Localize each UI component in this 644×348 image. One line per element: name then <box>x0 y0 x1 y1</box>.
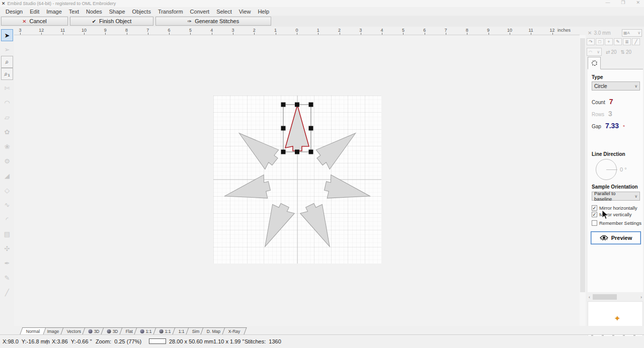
menu-transform[interactable]: Transform <box>154 8 187 15</box>
stitch-length-value: 3.0 mm <box>594 30 610 36</box>
app-logo-icon: ✕ <box>2 2 6 6</box>
selection-handle[interactable] <box>295 150 299 154</box>
separator: | <box>46 338 48 344</box>
shape-tool[interactable]: ◇ <box>1 184 13 196</box>
generate-stitches-button[interactable]: ✑ Generate Stitches <box>155 17 271 26</box>
menu-image[interactable]: Image <box>43 8 65 15</box>
checked-checkbox-icon[interactable]: ✓ <box>592 212 597 217</box>
title-bar: ✕ Embird Studio (64-bit) - registered to… <box>0 0 644 7</box>
horizontal-spacing-field[interactable]: ⇄ 20 <box>606 49 617 55</box>
color-swatch[interactable] <box>149 338 166 344</box>
sphere-3d-icon <box>89 329 93 333</box>
layout-settings-card: Type Circle ∨ Count 7 Rows 3 Gap 7.33 ° … <box>588 69 643 292</box>
ruler-label: 11 <box>529 28 533 33</box>
arc-tool[interactable]: ◜ <box>1 213 13 225</box>
menu-view[interactable]: View <box>235 8 255 15</box>
needle-tool[interactable]: ✒ <box>1 257 13 269</box>
cancel-button[interactable]: ✕ Cancel <box>1 17 68 26</box>
polygon-tool[interactable]: ▱ <box>1 111 13 123</box>
pen-icon[interactable]: ✎ <box>614 38 622 45</box>
knife-tool[interactable]: ◢ <box>1 169 13 182</box>
minimize-icon[interactable]: — <box>605 0 610 5</box>
view-tab-label: X-Ray <box>228 329 240 334</box>
checkbox-mirror-horizontally[interactable]: ✓Mirror horizontally <box>592 205 637 211</box>
scroll-right-icon[interactable]: › <box>640 295 642 300</box>
pattern-tool[interactable]: ❀ <box>1 140 13 152</box>
ruler-tick <box>105 33 106 35</box>
scroll-thumb[interactable] <box>593 294 617 300</box>
arrow-shape[interactable] <box>312 124 363 171</box>
select-tool[interactable]: ➤ <box>1 29 13 41</box>
layers-icon[interactable]: ≣ <box>623 38 631 45</box>
maximize-icon[interactable]: ❐ <box>621 0 625 5</box>
menu-objects[interactable]: Objects <box>129 8 154 15</box>
freehand-tool[interactable]: ✄ <box>1 82 13 94</box>
type-dropdown[interactable]: Circle ∨ <box>592 81 640 91</box>
view-tab-normal[interactable]: Normal <box>20 327 46 334</box>
checkbox-remember-settings[interactable]: Remember Settings <box>592 220 641 226</box>
line-tool[interactable]: ╱ <box>1 286 13 298</box>
square-icon[interactable]: □ <box>596 38 604 45</box>
count-row[interactable]: Count 7 <box>592 98 613 106</box>
zoom-tool[interactable]: ⌕ <box>1 56 13 68</box>
arc-style-dropdown[interactable]: ◠ ∨ <box>587 48 602 56</box>
selected-arrow-shape[interactable] <box>285 105 309 151</box>
objects-horizontal-scrollbar[interactable]: ‹ › <box>588 293 643 301</box>
grid-a-dropdown[interactable]: ▦A ∨ <box>622 29 642 37</box>
count-value: 7 <box>609 98 613 106</box>
parameters-panel: ✕ 3.0 mm ▦A ∨ ↷□+✎≣╱ ◠ ∨ ⇄ 20 ⇅ 20 <box>586 27 644 326</box>
selection-handle[interactable] <box>281 126 286 131</box>
unchecked-checkbox-icon[interactable] <box>592 220 597 226</box>
gap-row[interactable]: Gap 7.33 ° <box>592 122 625 130</box>
scroll-left-icon[interactable]: ‹ <box>589 295 590 300</box>
menu-convert[interactable]: Convert <box>187 8 213 15</box>
view-tab-xray[interactable]: X-Ray <box>222 327 247 334</box>
arrow-shape[interactable] <box>299 200 340 251</box>
plus-icon[interactable]: + <box>605 38 613 45</box>
gap-label: Gap <box>592 124 601 129</box>
slash-icon[interactable]: ╱ <box>632 38 640 45</box>
sample-orientation-dropdown[interactable]: Parallel to baseline ∨ <box>592 192 640 201</box>
machine-tool[interactable]: ▤ <box>1 228 13 240</box>
ruler-unit: inches <box>557 28 571 33</box>
arrow-shape[interactable] <box>222 174 272 207</box>
menu-text[interactable]: Text <box>65 8 83 15</box>
arrow-shape[interactable] <box>323 174 372 207</box>
design-canvas[interactable] <box>14 35 580 326</box>
zoom-level[interactable]: Zoom: 0.25 (77%) <box>96 338 141 344</box>
canvas-vertical-scrollbar[interactable] <box>580 35 586 326</box>
node-edit-tool[interactable]: ➢ <box>1 43 13 55</box>
vertical-spacing-field[interactable]: ⇅ 20 <box>621 49 632 55</box>
selection-handle[interactable] <box>309 126 313 131</box>
arrow-shape[interactable] <box>255 200 296 251</box>
menu-shape[interactable]: Shape <box>106 8 129 15</box>
zoom-1-tool[interactable]: ⌕₁ <box>1 68 13 80</box>
ruler-label: 2 <box>338 28 341 33</box>
checkbox-mirror-vertically[interactable]: ✓Mirror vertically <box>592 212 631 217</box>
menu-edit[interactable]: Edit <box>26 8 43 15</box>
close-icon[interactable]: ✕ <box>636 0 640 5</box>
menu-help[interactable]: Help <box>254 8 273 15</box>
selection-handle[interactable] <box>281 103 286 107</box>
arrow-shape[interactable] <box>231 124 282 171</box>
gear-tool[interactable]: ⚙ <box>1 155 13 167</box>
selection-handle[interactable] <box>281 150 286 154</box>
curve-tool[interactable]: ◠ <box>1 97 13 109</box>
selection-handle[interactable] <box>309 150 313 154</box>
tab-circle-layout[interactable] <box>588 57 601 69</box>
selection-handle[interactable] <box>295 103 299 107</box>
preview-button[interactable]: Preview <box>591 231 641 244</box>
flower-tool[interactable]: ✿ <box>1 126 13 138</box>
menu-design[interactable]: Design <box>2 8 26 15</box>
menu-select[interactable]: Select <box>213 8 235 15</box>
cross-stitch-tool[interactable]: ✣ <box>1 242 13 254</box>
zigzag-tool[interactable]: ∿ <box>1 199 13 211</box>
checked-checkbox-icon[interactable]: ✓ <box>592 205 597 211</box>
finish-object-button[interactable]: ✔ Finish Object <box>70 17 153 26</box>
selection-handle[interactable] <box>309 103 313 107</box>
pencil-tool[interactable]: ✎ <box>1 272 13 284</box>
stitch-count: Stitches: 1360 <box>245 338 281 344</box>
rotate-icon[interactable]: ↷ <box>587 38 595 45</box>
ruler-label: 5 <box>402 28 405 33</box>
menu-nodes[interactable]: Nodes <box>83 8 106 15</box>
